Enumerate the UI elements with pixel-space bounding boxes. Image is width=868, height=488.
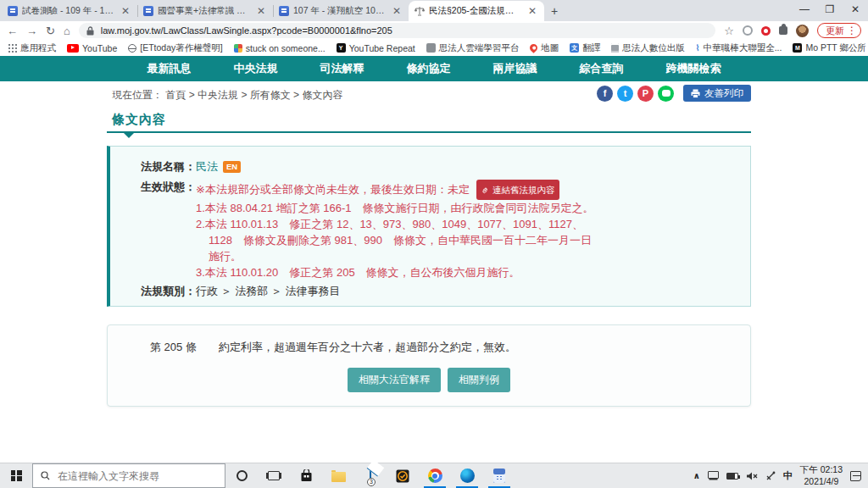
- norton-button[interactable]: [387, 463, 419, 488]
- twitter-icon[interactable]: t: [617, 86, 633, 102]
- chain-link-icon: [481, 186, 489, 194]
- url-input[interactable]: [99, 25, 709, 36]
- display-icon[interactable]: [708, 471, 719, 479]
- doc-favicon: [143, 6, 153, 16]
- breadcrumb-central-laws[interactable]: 中央法規: [198, 89, 238, 101]
- back-icon[interactable]: ←: [7, 25, 18, 36]
- forward-icon[interactable]: →: [26, 25, 37, 36]
- printer-icon: [691, 89, 700, 98]
- tab-title: 試卷測驗 - 109 年 - 109 經濟部: [22, 5, 115, 17]
- bookmark-cpbl[interactable]: ⌇中華職棒大聯盟全...: [696, 42, 782, 54]
- store-button[interactable]: [290, 463, 322, 488]
- status-row: 生效狀態： ※本法規部分或全部條文尚未生效，最後生效日期：未定連結舊法規內容 1…: [110, 180, 750, 280]
- law-name-label: 法規名稱：: [141, 159, 196, 175]
- nav-item-integrated-query[interactable]: 綜合查詢: [580, 61, 624, 76]
- bookmark-ettoday[interactable]: [ETtoday著作權聲明]: [128, 42, 222, 54]
- bookmarks-bar: 應用程式 YouTube [ETtoday著作權聲明] stuck on som…: [0, 40, 868, 56]
- nav-item-cross-strait[interactable]: 兩岸協議: [493, 61, 537, 76]
- battery-icon[interactable]: [726, 473, 738, 480]
- extension-circle-icon[interactable]: [743, 25, 753, 36]
- mail-button[interactable]: 3: [354, 463, 387, 488]
- cortana-button[interactable]: [225, 463, 258, 488]
- status-history-list: 1.本法 88.04.21 增訂之第 166-1 條條文施行日期，由行政院會同司…: [196, 200, 594, 280]
- tray-chevron-up-icon[interactable]: ∧: [693, 471, 700, 480]
- volume-muted-icon[interactable]: [746, 471, 758, 481]
- friendly-print-button[interactable]: 友善列印: [683, 85, 751, 102]
- category-row: 法規類別： 行政 ＞ 法務部 ＞ 法律事務目: [110, 284, 750, 299]
- nav-item-cross-agency-search[interactable]: 跨機關檢索: [666, 61, 721, 76]
- print-label: 友善列印: [704, 87, 743, 100]
- task-view-icon: [268, 471, 280, 480]
- address-bar[interactable]: [79, 23, 716, 38]
- usb-eject-icon[interactable]: [765, 471, 776, 481]
- action-center-icon[interactable]: [850, 471, 861, 481]
- bookmark-senselaw-publish[interactable]: 思法人數位出版: [611, 42, 685, 54]
- globe-icon: [128, 44, 136, 53]
- nav-item-judicial-interpretation[interactable]: 司法解釋: [320, 61, 364, 76]
- breadcrumb-sep: >: [241, 89, 247, 101]
- tab-2[interactable]: 國營事業+法律常識 測驗題庫彙 ✕: [137, 1, 273, 21]
- home-icon[interactable]: ⌂: [64, 25, 70, 36]
- category-path[interactable]: 行政 ＞ 法務部 ＞ 法律事務目: [196, 284, 340, 299]
- ime-indicator[interactable]: 中: [783, 469, 793, 482]
- english-version-badge[interactable]: EN: [223, 161, 241, 173]
- breadcrumb-home[interactable]: 首頁: [165, 89, 186, 101]
- tab-active-law[interactable]: 民法§205-全國法規資料庫 ✕: [409, 1, 544, 21]
- tab-3[interactable]: 107 年 - 漢翔航空 108年新進人 ✕: [273, 1, 409, 21]
- calculator-button[interactable]: [483, 463, 515, 488]
- extensions-puzzle-icon[interactable]: [779, 26, 787, 35]
- bookmark-youtube-repeat[interactable]: YYouTube Repeat: [337, 43, 415, 53]
- chrome-update-button[interactable]: 更新 ⋮: [817, 23, 861, 38]
- tab-close-icon[interactable]: ✕: [120, 5, 131, 17]
- line-icon[interactable]: [658, 86, 674, 102]
- nav-item-treaties[interactable]: 條約協定: [407, 61, 451, 76]
- tab-close-icon[interactable]: ✕: [391, 5, 403, 17]
- nav-item-news[interactable]: 最新訊息: [147, 61, 192, 76]
- bookmark-senselaw-platform[interactable]: 思法人雲端學習平台: [426, 42, 520, 54]
- title-underline-arrow: [124, 133, 134, 138]
- facebook-icon[interactable]: f: [597, 86, 613, 102]
- new-tab-button[interactable]: +: [544, 1, 565, 21]
- start-button[interactable]: [0, 463, 32, 488]
- tab-1[interactable]: 試卷測驗 - 109 年 - 109 經濟部 ✕: [2, 1, 137, 21]
- bookmark-youtube[interactable]: YouTube: [67, 43, 117, 53]
- law-name-link[interactable]: 民法: [196, 160, 218, 173]
- site-icon: [426, 43, 436, 53]
- apps-shortcut[interactable]: 應用程式: [8, 42, 56, 54]
- youtube-icon: [67, 44, 79, 53]
- doc-favicon: [279, 6, 289, 16]
- tab-close-icon[interactable]: ✕: [255, 5, 267, 17]
- maximize-icon[interactable]: ❐: [817, 0, 843, 20]
- close-icon[interactable]: ✕: [843, 0, 868, 20]
- link-old-law-button[interactable]: 連結舊法規內容: [476, 180, 560, 200]
- related-interpretations-button[interactable]: 相關大法官解釋: [348, 368, 441, 392]
- minimize-icon[interactable]: —: [792, 0, 817, 20]
- breadcrumb-article-content: 條文內容: [302, 89, 342, 101]
- apps-grid-icon: [8, 44, 17, 53]
- menu-dots-icon[interactable]: ⋮: [847, 25, 857, 36]
- bookmark-moptt[interactable]: MMo PTT 鄉公所: [793, 42, 866, 54]
- tab-close-icon[interactable]: ✕: [526, 5, 538, 17]
- clock[interactable]: 下午 02:132021/4/9: [800, 464, 843, 486]
- breadcrumb-all-articles[interactable]: 所有條文: [250, 89, 291, 101]
- chrome-button[interactable]: [419, 463, 451, 488]
- bookmark-stuck[interactable]: stuck on someone...: [234, 43, 326, 53]
- bookmark-star-icon[interactable]: ☆: [724, 25, 734, 36]
- reload-icon[interactable]: ↻: [46, 25, 55, 36]
- task-view-button[interactable]: [258, 463, 290, 488]
- browser-tab-strip: 試卷測驗 - 109 年 - 109 經濟部 ✕ 國營事業+法律常識 測驗題庫彙…: [0, 0, 868, 21]
- taskbar-search[interactable]: [32, 463, 225, 488]
- bookmark-label: 思法人雲端學習平台: [439, 42, 520, 54]
- opera-extension-icon[interactable]: [761, 26, 771, 36]
- taskbar-search-input[interactable]: [56, 469, 217, 483]
- bookmark-maps[interactable]: 地圖: [530, 42, 559, 54]
- plurk-icon[interactable]: P: [637, 86, 654, 102]
- profile-avatar[interactable]: [796, 25, 809, 37]
- wave-logo-icon: ⌇: [696, 43, 700, 53]
- bookmark-label: 應用程式: [20, 42, 56, 54]
- nav-item-central-laws[interactable]: 中央法規: [234, 61, 278, 76]
- bookmark-translate[interactable]: 文翻譯: [570, 42, 600, 54]
- edge-button[interactable]: [451, 463, 483, 488]
- related-precedents-button[interactable]: 相關判例: [448, 368, 510, 392]
- file-explorer-button[interactable]: [322, 463, 354, 488]
